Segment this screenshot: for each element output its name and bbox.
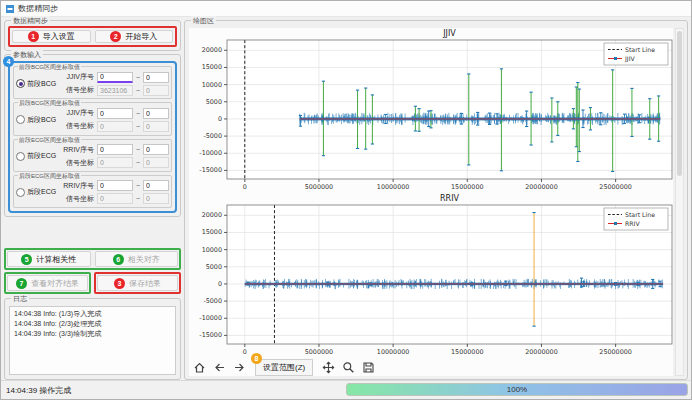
svg-text:-5000: -5000: [203, 297, 222, 305]
save-result-label: 保存结果: [129, 278, 161, 289]
log-area[interactable]: 14:04:38 Info: (1/3)导入完成14:04:38 Info: (…: [9, 306, 176, 375]
ecg-back-seq-to-input[interactable]: [143, 180, 169, 191]
svg-text:RRIV: RRIV: [440, 194, 459, 203]
set-range-label: 设置范围(Z): [263, 362, 305, 373]
svg-text:0: 0: [218, 115, 222, 123]
log-entry: 14:04:39 Info: (3/3)绘制完成: [14, 329, 171, 339]
field-label: JJIV序号: [63, 108, 94, 118]
view-align-result-button[interactable]: 7查看对齐结果: [7, 275, 88, 291]
save-button[interactable]: [360, 359, 377, 376]
bcg-back-seq-from-input[interactable]: [97, 108, 133, 119]
radio-ecg-back[interactable]: 后段ECG: [16, 187, 63, 197]
ecg-back-seq-from-input[interactable]: [97, 180, 133, 191]
figure-canvas: 0500000010000000150000002000000025000000…: [189, 28, 673, 376]
set-range-button[interactable]: 8设置范围(Z): [255, 359, 313, 376]
ecg-front-seq-from-input[interactable]: [97, 144, 133, 155]
forward-icon: [233, 361, 246, 374]
svg-text:Start Line: Start Line: [625, 211, 655, 218]
field-label: RRIV序号: [63, 145, 94, 155]
range-separator: ~: [136, 110, 140, 117]
action-buttons: 5计算相关性6相关对齐7查看对齐结果3保存结果: [4, 248, 181, 294]
bcg-back-coord-from-input: [97, 121, 133, 132]
step-badge-4: 4: [3, 56, 14, 67]
radio-dot-icon: [16, 188, 25, 197]
svg-text:-10000: -10000: [199, 149, 222, 157]
svg-text:-15000: -15000: [199, 331, 222, 339]
range-separator: ~: [136, 182, 140, 189]
params-annotation-frame: 4 前段BCG区间坐标取值前段BCGJJIV序号~信号坐标~后段BCG区间坐标取…: [8, 61, 177, 213]
svg-text:-15000: -15000: [199, 166, 222, 174]
calc-correlation-button[interactable]: 5计算相关性: [7, 251, 91, 267]
bcg-front-seq-to-input[interactable]: [143, 72, 169, 83]
start-import-label: 开始导入: [125, 31, 157, 42]
step-badge-5: 5: [21, 254, 32, 265]
svg-text:0: 0: [243, 348, 247, 356]
import-settings-button[interactable]: 1 导入设置: [12, 30, 91, 43]
radio-label: 前段BCG: [27, 79, 56, 89]
radio-label: 后段ECG: [27, 187, 56, 197]
svg-text:15000000: 15000000: [451, 183, 484, 191]
app-icon: [6, 5, 14, 13]
pan-icon: [322, 361, 335, 374]
zoom-button[interactable]: [340, 359, 357, 376]
svg-text:20000000: 20000000: [525, 183, 558, 191]
back-button[interactable]: [211, 359, 228, 376]
home-button[interactable]: [191, 359, 208, 376]
status-bar: 14:04:39 操作完成 100%: [1, 380, 691, 399]
svg-text:20000: 20000: [202, 211, 222, 219]
param-section-title: 后段ECG区间坐标取值: [18, 172, 81, 180]
start-import-button[interactable]: 2 开始导入: [95, 30, 174, 43]
view-align-result-label: 查看对齐结果: [31, 278, 79, 289]
rriv-chart[interactable]: 0500000010000000150000002000000025000000…: [189, 193, 673, 358]
radio-dot-icon: [16, 152, 25, 161]
range-separator: ~: [136, 74, 140, 81]
field-label: 信号坐标: [63, 194, 94, 204]
jjiv-chart[interactable]: 0500000010000000150000002000000025000000…: [189, 28, 673, 193]
svg-text:RRIV: RRIV: [625, 220, 640, 227]
range-separator: ~: [136, 146, 140, 153]
field-label: 信号坐标: [63, 121, 94, 131]
log-entry: 14:04:38 Info: (2/3)处理完成: [14, 319, 171, 329]
plot-scrollbar[interactable]: [675, 28, 684, 376]
pan-button[interactable]: [320, 359, 337, 376]
step-badge-3: 3: [114, 278, 125, 289]
param-section-bcg-back: 后段BCG区间坐标取值后段BCGJJIV序号~信号坐标~: [13, 102, 172, 135]
radio-bcg-back[interactable]: 后段BCG: [16, 115, 63, 125]
calc-correlation-label: 计算相关性: [36, 254, 76, 265]
step-badge-7: 7: [16, 278, 27, 289]
svg-text:5000: 5000: [206, 263, 222, 271]
control-panel: 数据精同步 1 导入设置 2 开始导入 参数输入 4 前段BCG区间坐标取值前段…: [4, 20, 181, 380]
radio-bcg-front[interactable]: 前段BCG: [16, 79, 63, 89]
field-label: RRIV序号: [63, 181, 94, 191]
param-section-ecg-front: 前段ECG区间坐标取值前段ECGRRIV序号~信号坐标~: [13, 139, 172, 172]
svg-text:JJIV: JJIV: [624, 55, 635, 63]
radio-ecg-front[interactable]: 前段ECG: [16, 151, 63, 161]
log-group-title: 日志: [11, 294, 29, 303]
plot-scrollbar-thumb[interactable]: [677, 31, 682, 176]
bcg-back-seq-to-input[interactable]: [143, 108, 169, 119]
forward-button[interactable]: [231, 359, 248, 376]
svg-text:-10000: -10000: [199, 314, 222, 322]
param-section-ecg-back: 后段ECG区间坐标取值后段ECGRRIV序号~信号坐标~: [13, 175, 172, 208]
sync-group-title: 数据精同步: [11, 16, 50, 25]
svg-text:5000000: 5000000: [305, 183, 333, 191]
save-result-annotation-frame: 3保存结果: [94, 272, 181, 294]
svg-text:10000000: 10000000: [377, 183, 410, 191]
zoom-icon: [342, 361, 355, 374]
ecg-front-coord-from-input: [97, 157, 133, 168]
svg-text:JJIV: JJIV: [442, 29, 456, 38]
svg-text:5000000: 5000000: [305, 348, 333, 356]
radio-label: 后段BCG: [27, 115, 56, 125]
bcg-front-seq-from-input[interactable]: [97, 72, 133, 83]
step-badge-6: 6: [113, 254, 124, 265]
svg-text:Start Line: Start Line: [625, 46, 655, 53]
correlation-align-button[interactable]: 6相关对齐: [95, 251, 179, 267]
param-section-bcg-front: 前段BCG区间坐标取值前段BCGJJIV序号~信号坐标~: [13, 66, 172, 99]
save-result-button[interactable]: 3保存结果: [97, 275, 178, 291]
svg-text:10000000: 10000000: [377, 348, 410, 356]
ecg-back-coord-from-input: [97, 193, 133, 204]
field-label: 信号坐标: [63, 85, 94, 95]
ecg-front-seq-to-input[interactable]: [143, 144, 169, 155]
app-window: 数据精同步 数据精同步 1 导入设置 2 开始导入 参数输入 4 前段BCG区间…: [0, 0, 692, 400]
step-badge-2: 2: [110, 31, 121, 42]
